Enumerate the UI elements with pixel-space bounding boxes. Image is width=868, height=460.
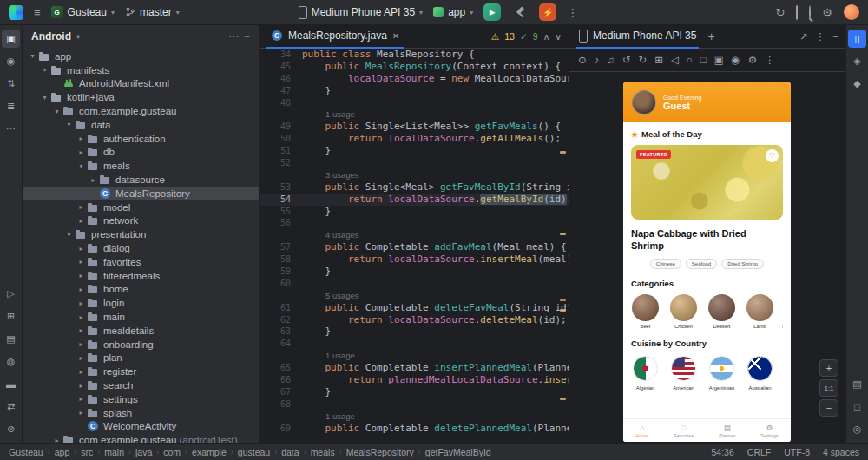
code-line[interactable]: 57 public Completable addFavMeal(Meal me… <box>260 241 569 253</box>
device-screen[interactable]: Good Evening Guest ★ Meal of the Day FEA… <box>623 82 791 442</box>
device-explorer-icon[interactable]: ▤ <box>848 375 866 393</box>
chevron-down-icon[interactable]: ▾ <box>76 162 86 170</box>
tree-item-app[interactable]: ▾app <box>23 49 259 63</box>
breadcrumb-data[interactable]: data <box>281 447 299 457</box>
line-number[interactable]: 65 <box>260 362 302 374</box>
device-settings-icon[interactable]: ⚙ <box>748 54 757 66</box>
terminal-icon[interactable]: ▬ <box>2 375 20 393</box>
code-line[interactable]: 52 <box>260 157 569 169</box>
rotate-left-icon[interactable]: ↺ <box>622 54 631 66</box>
app-inspection-icon[interactable]: ◍ <box>2 352 20 371</box>
chevron-down-icon[interactable]: ▾ <box>28 52 37 60</box>
device-tab[interactable]: Medium Phone API 35 <box>576 24 699 49</box>
nav-item-favorites[interactable]: ♡Favorites <box>674 424 694 438</box>
breadcrumb-app[interactable]: app <box>55 447 70 457</box>
add-device-tab-icon[interactable]: + <box>707 30 714 43</box>
run-tool-icon[interactable]: ▷ <box>2 285 20 303</box>
chevron-right-icon[interactable]: ▸ <box>76 368 86 376</box>
tree-item-welcomeactivity[interactable]: WelcomeActivity <box>23 420 259 434</box>
chevron-right-icon[interactable]: ▸ <box>76 382 86 390</box>
chevron-right-icon[interactable]: ▸ <box>76 354 86 362</box>
code-line[interactable]: 34public class MealsRepository { <box>260 49 569 61</box>
chevron-right-icon[interactable]: ▸ <box>52 437 62 443</box>
chevron-right-icon[interactable]: ▸ <box>76 340 86 348</box>
code-line[interactable]: 67 } <box>260 386 569 398</box>
zoom-out-button[interactable]: − <box>819 399 838 417</box>
favorite-heart-button[interactable]: ♡ <box>766 149 779 162</box>
volume-up-icon[interactable]: ♫ <box>607 55 615 65</box>
tree-item-login[interactable]: ▸login <box>23 296 259 310</box>
chevron-right-icon[interactable]: ▸ <box>76 272 86 279</box>
hide-panel-icon[interactable]: − <box>244 30 250 43</box>
usage-hint[interactable]: 3 usages <box>302 169 359 181</box>
nav-item-planner[interactable]: ▤Planner <box>719 424 735 438</box>
tree-item-filteredmeals[interactable]: ▸filteredmeals <box>23 269 259 283</box>
caret-position[interactable]: 54:36 <box>712 447 734 457</box>
code-line[interactable]: 47 } <box>260 85 569 97</box>
breadcrumb-getfavmealbyid[interactable]: getFavMealById <box>425 447 491 457</box>
record-icon[interactable]: ◉ <box>732 54 740 66</box>
breadcrumb-java[interactable]: java <box>135 447 152 457</box>
cuisine-algerian[interactable]: Algerian <box>631 354 660 391</box>
line-number[interactable]: 54 <box>260 194 302 206</box>
home-icon[interactable]: ○ <box>687 55 693 65</box>
tree-item-dialog[interactable]: ▸dialog <box>23 241 259 255</box>
nav-item-settings[interactable]: ⚙Settings <box>760 424 778 438</box>
tree-item-presentation[interactable]: ▾presentation <box>23 227 259 241</box>
running-devices-icon[interactable]: ▯ <box>848 30 866 48</box>
chevron-down-icon[interactable]: ▾ <box>52 108 62 115</box>
code-line[interactable]: 49 public Single<List<Meal>> getFavMeals… <box>260 121 569 133</box>
line-number[interactable]: 66 <box>260 374 302 386</box>
project-icon[interactable]: ▣ <box>2 30 20 48</box>
vcs-branch-selector[interactable]: master ▾ <box>125 6 180 18</box>
tree-item-mealsrepository[interactable]: MealsRepository <box>23 187 259 200</box>
category-lamb[interactable]: Lamb <box>746 294 774 329</box>
breadcrumb-mealsrepository[interactable]: MealsRepository <box>346 447 414 457</box>
breadcrumb-src[interactable]: src <box>81 447 93 457</box>
tree-item-manifests[interactable]: ▾manifests <box>23 63 259 77</box>
tree-item-db[interactable]: ▸db <box>23 146 259 160</box>
tree-item-authentication[interactable]: ▸authentication <box>23 132 259 146</box>
run-configuration-selector[interactable]: app ▾ <box>433 6 473 18</box>
services-icon[interactable]: ⊞ <box>2 307 20 325</box>
code-line[interactable]: 55 } <box>260 206 569 218</box>
chevron-down-icon[interactable]: ▾ <box>76 33 80 41</box>
run-button[interactable]: ▶ <box>483 3 501 21</box>
settings-gear-icon[interactable]: ⚙ <box>822 7 832 18</box>
search-everywhere-icon[interactable] <box>809 7 811 18</box>
tree-item-data[interactable]: ▾data <box>23 118 259 132</box>
chevron-right-icon[interactable]: ▸ <box>89 176 98 184</box>
tree-item-home[interactable]: ▸home <box>23 283 259 297</box>
screenshot-icon[interactable]: ▣ <box>714 54 724 66</box>
version-control-icon[interactable]: ⇄ <box>2 398 20 416</box>
notifications-icon[interactable]: ◎ <box>848 420 866 438</box>
panel-options-icon[interactable]: ⋯ <box>228 30 239 43</box>
line-number[interactable]: 60 <box>260 278 302 290</box>
tree-item-main[interactable]: ▸main <box>23 310 259 324</box>
file-encoding[interactable]: UTF-8 <box>784 447 810 457</box>
line-number[interactable]: 59 <box>260 266 302 278</box>
tree-item-onboarding[interactable]: ▸onboarding <box>23 338 259 352</box>
chevron-right-icon[interactable]: ▸ <box>76 135 86 142</box>
chevron-right-icon[interactable]: ▸ <box>76 217 86 225</box>
power-icon[interactable]: ⊙ <box>578 54 587 66</box>
line-number[interactable]: 34 <box>260 49 302 61</box>
code-line[interactable]: 46 localDataSource = new MealLocalDataSo… <box>260 73 569 85</box>
more-tool-windows-icon[interactable]: ⋯ <box>2 120 20 138</box>
code-line[interactable]: 65 public Completable insertPlannedMeal(… <box>260 362 569 374</box>
category-chicken[interactable]: Chicken <box>669 294 698 329</box>
breadcrumb-gusteau[interactable]: Gusteau <box>9 447 43 457</box>
project-view-selector[interactable]: Android <box>31 30 71 43</box>
code-line[interactable]: 45 public MealsRepository(Context contex… <box>260 61 569 73</box>
breadcrumb-com[interactable]: com <box>163 447 181 457</box>
code-editor[interactable]: 34public class MealsRepository {45 publi… <box>260 49 569 443</box>
tree-item-mealdetails[interactable]: ▸mealdetails <box>23 324 259 338</box>
tree-item-plan[interactable]: ▸plan <box>23 352 259 365</box>
chevron-down-icon[interactable]: ▾ <box>40 66 49 74</box>
tree-item-com-example-gusteau[interactable]: ▾com.example.gusteau <box>23 104 259 118</box>
code-line[interactable]: 48 <box>260 97 569 109</box>
prev-problem-icon[interactable]: ∧ <box>543 31 550 42</box>
code-line[interactable]: 53 public Single<Meal> getFavMealById(St… <box>260 181 569 194</box>
tree-item-register[interactable]: ▸register <box>23 365 259 378</box>
code-line[interactable]: 61 public Completable deleteFavMeal(Stri… <box>260 302 569 314</box>
